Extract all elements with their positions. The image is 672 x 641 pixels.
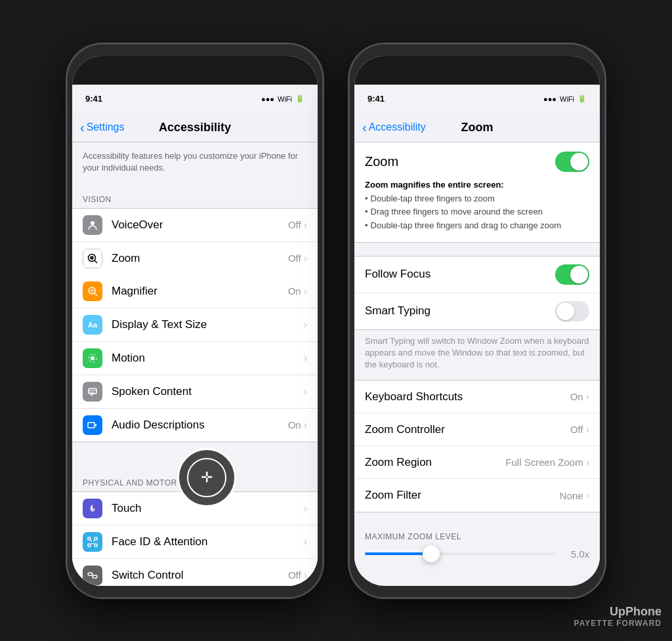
svg-line-7 <box>94 293 97 296</box>
motion-right: › <box>304 352 307 364</box>
smarttyping-toggle[interactable] <box>555 301 589 321</box>
switch-label: Switch Control <box>112 569 288 582</box>
followfocus-toggle[interactable] <box>555 264 589 285</box>
zoom-bullet-2-text: Drag three fingers to move around the sc… <box>371 205 543 219</box>
spoken-right: › <box>304 386 307 398</box>
svg-rect-13 <box>89 388 96 394</box>
back-label-left[interactable]: Settings <box>87 121 125 133</box>
zoom-top-card: Zoom Zoom magnifies the entire screen: •… <box>354 142 600 243</box>
list-item-motion[interactable]: Motion › <box>72 342 318 375</box>
list-item-switch[interactable]: Switch Control Off › <box>72 559 318 586</box>
motion-label: Motion <box>112 352 304 365</box>
zoomcontroller-value: Off <box>570 424 583 435</box>
nav-back-left[interactable]: ‹ Settings <box>80 121 124 134</box>
svg-rect-18 <box>94 537 97 540</box>
zoom-bullet-1: • Double-tap three fingers to zoom <box>365 192 589 206</box>
spoken-icon <box>83 382 102 402</box>
accessibility-description: Accessibility features help you customiz… <box>72 142 318 182</box>
focus-typing-group: Follow Focus Smart Typing <box>354 256 600 330</box>
slider-area: 5.0x <box>354 544 600 577</box>
signal-icon: ●●● <box>261 95 274 103</box>
phone-right-screen: 9:41 ●●● WiFi 🔋 ‹ Accessibility Zoom <box>354 56 600 586</box>
battery-icon-right: 🔋 <box>578 94 587 103</box>
zoomfilter-right: None › <box>560 489 589 501</box>
touch-chevron: › <box>304 503 307 514</box>
list-item-magnifier[interactable]: Magnifier On › <box>72 275 318 308</box>
zoom-main-toggle[interactable] <box>555 152 589 172</box>
zoom-bullet-2: • Drag three fingers to move around the … <box>365 205 589 219</box>
zoom-level-value: 5.0x <box>571 548 589 560</box>
settings-item-zoomcontroller[interactable]: Zoom Controller Off › <box>354 413 600 446</box>
zoom-right: Off › <box>288 253 307 264</box>
zoomcontroller-chevron: › <box>586 424 589 436</box>
svg-text:Aa: Aa <box>88 321 98 329</box>
zoomfilter-chevron: › <box>586 489 589 501</box>
notch-left <box>72 56 318 85</box>
zoomregion-right: Full Screen Zoom › <box>505 457 589 468</box>
switch-icon <box>83 566 102 585</box>
zoom-bullet-3: • Double-tap three fingers and drag to c… <box>365 219 589 233</box>
zoomcontroller-right: Off › <box>570 424 589 436</box>
faceid-label: Face ID & Attention <box>112 535 304 548</box>
zoom-card-label: Zoom <box>365 154 398 169</box>
status-icons-left: ●●● WiFi 🔋 <box>261 94 304 103</box>
battery-icon: 🔋 <box>295 94 304 103</box>
voiceover-icon <box>83 215 102 235</box>
display-right: › <box>304 319 307 331</box>
zoom-bullet-1-text: Double-tap three fingers to zoom <box>371 192 495 206</box>
voiceover-chevron: › <box>304 219 307 231</box>
switch-value: Off <box>288 569 301 581</box>
display-icon: Aa <box>83 315 102 335</box>
svg-point-21 <box>91 540 92 541</box>
watermark-line1: UpPhone <box>574 605 662 619</box>
zoom-value: Off <box>288 253 301 264</box>
slider-row: 5.0x <box>365 544 589 564</box>
list-item-voiceover[interactable]: VoiceOver Off › <box>72 209 318 242</box>
settings-item-followfocus[interactable]: Follow Focus <box>354 257 600 293</box>
smarttyping-right <box>555 301 589 321</box>
phone-left-screen: 9:41 ●●● WiFi 🔋 ‹ Settings Accessibility… <box>72 56 318 586</box>
zoom-dpad: ✛ <box>187 458 226 497</box>
slider-wrapper[interactable] <box>365 544 555 564</box>
voiceover-value: Off <box>288 219 301 230</box>
keyboard-label: Keyboard Shortcuts <box>365 390 570 403</box>
display-chevron: › <box>304 319 307 331</box>
nav-back-right[interactable]: ‹ Accessibility <box>362 121 426 134</box>
followfocus-label: Follow Focus <box>365 268 555 281</box>
settings-item-zoomfilter[interactable]: Zoom Filter None › <box>354 479 600 512</box>
back-label-right[interactable]: Accessibility <box>369 121 426 133</box>
spoken-chevron: › <box>304 386 307 398</box>
settings-item-smarttyping[interactable]: Smart Typing <box>354 293 600 329</box>
settings-item-zoomregion[interactable]: Zoom Region Full Screen Zoom › <box>354 446 600 479</box>
back-chevron-right: ‹ <box>362 121 367 134</box>
status-time-left: 9:41 <box>85 94 102 104</box>
notch-cutout-right <box>434 56 520 74</box>
keyboard-chevron: › <box>586 391 589 403</box>
magnifier-right: On › <box>288 285 307 297</box>
list-item-zoom[interactable]: Zoom Off › <box>72 242 318 275</box>
spoken-label: Spoken Content <box>112 385 304 398</box>
zoom-chevron: › <box>304 253 307 264</box>
list-item-display[interactable]: Aa Display & Text Size › <box>72 308 318 342</box>
phone-right: 9:41 ●●● WiFi 🔋 ‹ Accessibility Zoom <box>349 44 605 598</box>
magnifier-chevron: › <box>304 285 307 297</box>
svg-line-3 <box>94 260 97 263</box>
signal-icon-right: ●●● <box>543 95 556 103</box>
list-item-faceid[interactable]: Face ID & Attention › <box>72 526 318 559</box>
watermark-line2: PAYETTE FORWARD <box>574 619 662 628</box>
notch-right <box>354 56 600 85</box>
magnifier-value: On <box>288 285 301 297</box>
zoom-label-left: Zoom <box>112 252 288 265</box>
max-zoom-header: MAXIMUM ZOOM LEVEL <box>354 527 600 544</box>
vision-list: VoiceOver Off › Zoom Off <box>72 208 318 442</box>
smarttyping-label: Smart Typing <box>365 304 555 318</box>
wifi-icon: WiFi <box>278 95 292 103</box>
zoomfilter-label: Zoom Filter <box>365 489 560 502</box>
list-item-audio[interactable]: Audio Descriptions On › <box>72 409 318 442</box>
keyboard-right: On › <box>570 391 589 403</box>
settings-item-keyboard[interactable]: Keyboard Shortcuts On › <box>354 381 600 413</box>
followfocus-right <box>555 264 589 285</box>
voiceover-label: VoiceOver <box>112 218 288 232</box>
list-item-spoken[interactable]: Spoken Content › <box>72 375 318 409</box>
nav-title-left: Accessibility <box>159 121 231 134</box>
